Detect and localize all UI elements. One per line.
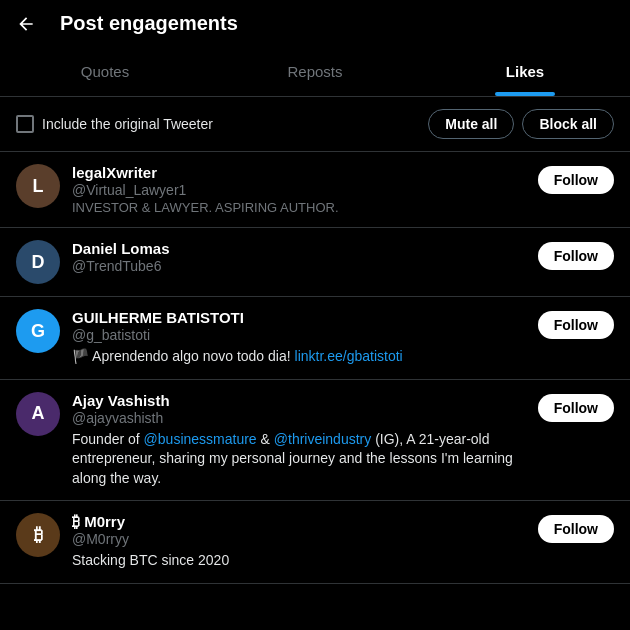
list-item: GGUILHERME BATISTOTI@g_batistoti🏴 Aprend… [0, 297, 630, 380]
list-item: DDaniel Lomas@TrendTube6Follow [0, 228, 630, 297]
user-info: GUILHERME BATISTOTI@g_batistoti🏴 Aprende… [72, 309, 526, 367]
follow-button[interactable]: Follow [538, 311, 614, 339]
user-name[interactable]: ₿ M0rry [72, 513, 526, 530]
header: Post engagements [0, 0, 630, 47]
avatar[interactable]: G [16, 309, 60, 353]
mute-all-button[interactable]: Mute all [428, 109, 514, 139]
user-handle: @M0rryy [72, 531, 526, 547]
avatar[interactable]: ₿ [16, 513, 60, 557]
avatar-initial: ₿ [34, 525, 43, 546]
user-name[interactable]: legalXwriter [72, 164, 526, 181]
user-handle: @g_batistoti [72, 327, 526, 343]
follow-button[interactable]: Follow [538, 242, 614, 270]
page-title: Post engagements [60, 12, 238, 35]
avatar-initial: D [32, 252, 45, 273]
block-all-button[interactable]: Block all [522, 109, 614, 139]
user-handle: @Virtual_Lawyer1 [72, 182, 526, 198]
filter-bar: Include the original Tweeter Mute all Bl… [0, 97, 630, 152]
user-info: Daniel Lomas@TrendTube6 [72, 240, 526, 274]
user-info: Ajay Vashisth@ajayvashisthFounder of @bu… [72, 392, 526, 489]
include-tweeter-label: Include the original Tweeter [42, 116, 213, 132]
user-name[interactable]: Daniel Lomas [72, 240, 526, 257]
tab-likes[interactable]: Likes [420, 47, 630, 96]
user-list: LlegalXwriter@Virtual_Lawyer1INVESTOR & … [0, 152, 630, 584]
user-handle: @TrendTube6 [72, 258, 526, 274]
avatar[interactable]: L [16, 164, 60, 208]
avatar[interactable]: D [16, 240, 60, 284]
user-info: ₿ M0rry@M0rryyStacking BTC since 2020 [72, 513, 526, 571]
tabs: Quotes Reposts Likes [0, 47, 630, 97]
user-info: legalXwriter@Virtual_Lawyer1INVESTOR & L… [72, 164, 526, 215]
user-name[interactable]: Ajay Vashisth [72, 392, 526, 409]
include-tweeter-checkbox[interactable] [16, 115, 34, 133]
bio-link[interactable]: linktr.ee/gbatistoti [295, 348, 403, 364]
user-bio: Stacking BTC since 2020 [72, 551, 526, 571]
list-item: LlegalXwriter@Virtual_Lawyer1INVESTOR & … [0, 152, 630, 228]
list-item: ₿₿ M0rry@M0rryyStacking BTC since 2020Fo… [0, 501, 630, 584]
avatar-initial: A [32, 403, 45, 424]
user-bio-caps: INVESTOR & LAWYER. ASPIRING AUTHOR. [72, 200, 526, 215]
user-name[interactable]: GUILHERME BATISTOTI [72, 309, 526, 326]
bio-link[interactable]: @businessmature [144, 431, 257, 447]
avatar-initial: G [31, 321, 45, 342]
back-button[interactable] [16, 14, 36, 34]
follow-button[interactable]: Follow [538, 394, 614, 422]
tab-reposts[interactable]: Reposts [210, 47, 420, 96]
list-item: AAjay Vashisth@ajayvashisthFounder of @b… [0, 380, 630, 502]
follow-button[interactable]: Follow [538, 515, 614, 543]
checkbox-wrapper: Include the original Tweeter [16, 115, 213, 133]
user-handle: @ajayvashisth [72, 410, 526, 426]
tab-quotes[interactable]: Quotes [0, 47, 210, 96]
user-bio: 🏴 Aprendendo algo novo todo dia! linktr.… [72, 347, 526, 367]
user-bio: Founder of @businessmature & @thriveindu… [72, 430, 526, 489]
bio-link[interactable]: @thriveindustry [274, 431, 371, 447]
follow-button[interactable]: Follow [538, 166, 614, 194]
avatar[interactable]: A [16, 392, 60, 436]
filter-buttons: Mute all Block all [428, 109, 614, 139]
avatar-initial: L [33, 176, 44, 197]
